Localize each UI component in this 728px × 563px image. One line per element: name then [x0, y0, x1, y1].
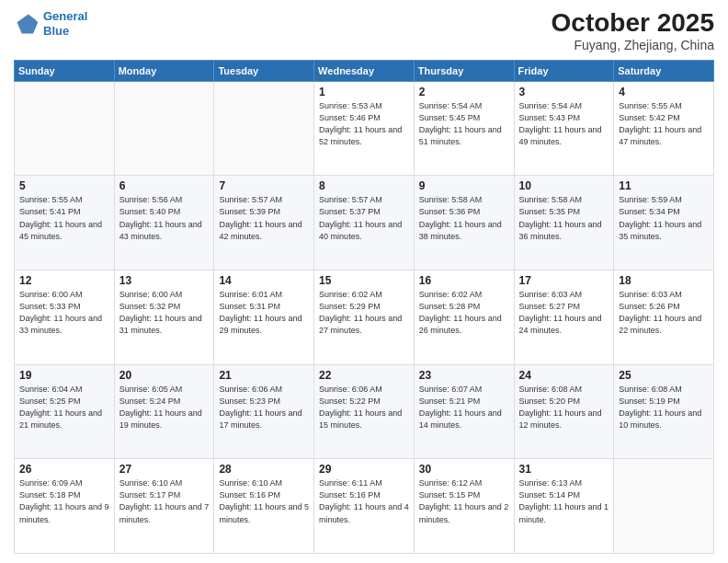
cell-3-1: 12Sunrise: 6:00 AM Sunset: 5:33 PM Dayli…: [15, 270, 115, 365]
day-num-21: 21: [219, 369, 309, 382]
day-num-7: 7: [219, 179, 309, 192]
day-info-12: Sunrise: 6:00 AM Sunset: 5:33 PM Dayligh…: [19, 289, 109, 337]
header-friday: Friday: [514, 60, 614, 81]
week-row-3: 12Sunrise: 6:00 AM Sunset: 5:33 PM Dayli…: [15, 270, 714, 365]
cell-4-6: 24Sunrise: 6:08 AM Sunset: 5:20 PM Dayli…: [514, 364, 614, 459]
week-row-2: 5Sunrise: 5:55 AM Sunset: 5:41 PM Daylig…: [15, 176, 714, 270]
day-num-4: 4: [619, 86, 709, 98]
cell-5-2: 27Sunrise: 6:10 AM Sunset: 5:17 PM Dayli…: [114, 459, 214, 554]
cell-4-5: 23Sunrise: 6:07 AM Sunset: 5:21 PM Dayli…: [414, 364, 514, 459]
day-info-1: Sunrise: 5:53 AM Sunset: 5:46 PM Dayligh…: [319, 100, 409, 148]
day-info-19: Sunrise: 6:04 AM Sunset: 5:25 PM Dayligh…: [19, 384, 109, 431]
day-num-11: 11: [619, 179, 709, 192]
day-num-31: 31: [519, 463, 609, 476]
calendar-title: October 2025: [552, 9, 714, 38]
logo-blue: Blue: [43, 24, 69, 38]
day-num-24: 24: [519, 369, 609, 382]
day-num-12: 12: [19, 274, 109, 287]
day-num-27: 27: [119, 463, 210, 476]
cell-2-7: 11Sunrise: 5:59 AM Sunset: 5:34 PM Dayli…: [614, 176, 714, 270]
day-info-5: Sunrise: 5:55 AM Sunset: 5:41 PM Dayligh…: [19, 194, 109, 242]
day-num-14: 14: [219, 274, 309, 287]
day-info-15: Sunrise: 6:02 AM Sunset: 5:29 PM Dayligh…: [319, 289, 409, 337]
day-num-20: 20: [119, 369, 210, 382]
day-info-9: Sunrise: 5:58 AM Sunset: 5:36 PM Dayligh…: [419, 194, 509, 242]
logo-text: General Blue: [43, 9, 87, 38]
cell-3-7: 18Sunrise: 6:03 AM Sunset: 5:26 PM Dayli…: [614, 270, 714, 365]
logo-icon: [14, 11, 40, 37]
day-info-6: Sunrise: 5:56 AM Sunset: 5:40 PM Dayligh…: [119, 194, 210, 242]
cell-3-4: 15Sunrise: 6:02 AM Sunset: 5:29 PM Dayli…: [314, 270, 415, 365]
logo: General Blue: [14, 9, 87, 38]
title-block: October 2025 Fuyang, Zhejiang, China: [552, 9, 714, 52]
day-info-23: Sunrise: 6:07 AM Sunset: 5:21 PM Dayligh…: [419, 384, 509, 431]
cell-4-1: 19Sunrise: 6:04 AM Sunset: 5:25 PM Dayli…: [15, 364, 115, 459]
day-num-15: 15: [319, 274, 409, 287]
page: General Blue October 2025 Fuyang, Zhejia…: [0, 0, 728, 563]
day-info-17: Sunrise: 6:03 AM Sunset: 5:27 PM Dayligh…: [519, 289, 609, 337]
day-num-13: 13: [119, 274, 210, 287]
day-num-30: 30: [419, 463, 509, 476]
header-sunday: Sunday: [15, 60, 115, 81]
day-num-28: 28: [219, 463, 309, 476]
day-num-6: 6: [119, 179, 210, 192]
day-num-22: 22: [319, 369, 409, 382]
cell-5-5: 30Sunrise: 6:12 AM Sunset: 5:15 PM Dayli…: [414, 459, 514, 554]
cell-5-3: 28Sunrise: 6:10 AM Sunset: 5:16 PM Dayli…: [214, 459, 314, 554]
day-info-18: Sunrise: 6:03 AM Sunset: 5:26 PM Dayligh…: [619, 289, 709, 337]
day-num-16: 16: [419, 274, 509, 287]
day-info-27: Sunrise: 6:10 AM Sunset: 5:17 PM Dayligh…: [119, 477, 210, 525]
cell-1-1: [15, 81, 115, 176]
header-thursday: Thursday: [414, 60, 514, 81]
calendar-table: Sunday Monday Tuesday Wednesday Thursday…: [14, 60, 714, 554]
header-saturday: Saturday: [614, 60, 714, 81]
header-tuesday: Tuesday: [214, 60, 314, 81]
day-info-16: Sunrise: 6:02 AM Sunset: 5:28 PM Dayligh…: [419, 289, 509, 337]
day-info-11: Sunrise: 5:59 AM Sunset: 5:34 PM Dayligh…: [619, 194, 709, 242]
day-num-29: 29: [319, 463, 409, 476]
cell-5-7: [614, 459, 714, 554]
cell-2-1: 5Sunrise: 5:55 AM Sunset: 5:41 PM Daylig…: [15, 176, 115, 270]
weekday-header-row: Sunday Monday Tuesday Wednesday Thursday…: [15, 60, 714, 81]
day-info-26: Sunrise: 6:09 AM Sunset: 5:18 PM Dayligh…: [19, 477, 109, 525]
day-info-22: Sunrise: 6:06 AM Sunset: 5:22 PM Dayligh…: [319, 384, 409, 431]
cell-1-7: 4Sunrise: 5:55 AM Sunset: 5:42 PM Daylig…: [614, 81, 714, 176]
day-info-29: Sunrise: 6:11 AM Sunset: 5:16 PM Dayligh…: [319, 477, 409, 525]
calendar-subtitle: Fuyang, Zhejiang, China: [552, 38, 714, 52]
cell-1-5: 2Sunrise: 5:54 AM Sunset: 5:45 PM Daylig…: [414, 81, 514, 176]
day-info-24: Sunrise: 6:08 AM Sunset: 5:20 PM Dayligh…: [519, 384, 609, 431]
week-row-4: 19Sunrise: 6:04 AM Sunset: 5:25 PM Dayli…: [15, 364, 714, 459]
cell-1-4: 1Sunrise: 5:53 AM Sunset: 5:46 PM Daylig…: [314, 81, 415, 176]
day-num-18: 18: [619, 274, 709, 287]
day-info-3: Sunrise: 5:54 AM Sunset: 5:43 PM Dayligh…: [519, 100, 609, 148]
day-num-10: 10: [519, 179, 609, 192]
logo-general: General: [43, 9, 87, 23]
day-info-4: Sunrise: 5:55 AM Sunset: 5:42 PM Dayligh…: [619, 100, 709, 148]
cell-2-4: 8Sunrise: 5:57 AM Sunset: 5:37 PM Daylig…: [314, 176, 415, 270]
cell-4-3: 21Sunrise: 6:06 AM Sunset: 5:23 PM Dayli…: [214, 364, 314, 459]
cell-3-2: 13Sunrise: 6:00 AM Sunset: 5:32 PM Dayli…: [114, 270, 214, 365]
cell-5-1: 26Sunrise: 6:09 AM Sunset: 5:18 PM Dayli…: [15, 459, 115, 554]
cell-4-7: 25Sunrise: 6:08 AM Sunset: 5:19 PM Dayli…: [614, 364, 714, 459]
day-info-2: Sunrise: 5:54 AM Sunset: 5:45 PM Dayligh…: [419, 100, 509, 148]
cell-3-3: 14Sunrise: 6:01 AM Sunset: 5:31 PM Dayli…: [214, 270, 314, 365]
header-wednesday: Wednesday: [314, 60, 415, 81]
header-monday: Monday: [114, 60, 214, 81]
day-info-14: Sunrise: 6:01 AM Sunset: 5:31 PM Dayligh…: [219, 289, 309, 337]
day-info-25: Sunrise: 6:08 AM Sunset: 5:19 PM Dayligh…: [619, 384, 709, 431]
header: General Blue October 2025 Fuyang, Zhejia…: [14, 9, 714, 52]
cell-1-3: [214, 81, 314, 176]
day-num-1: 1: [319, 86, 409, 98]
day-num-17: 17: [519, 274, 609, 287]
cell-2-3: 7Sunrise: 5:57 AM Sunset: 5:39 PM Daylig…: [214, 176, 314, 270]
cell-1-2: [114, 81, 214, 176]
cell-2-5: 9Sunrise: 5:58 AM Sunset: 5:36 PM Daylig…: [414, 176, 514, 270]
cell-4-2: 20Sunrise: 6:05 AM Sunset: 5:24 PM Dayli…: [114, 364, 214, 459]
day-num-23: 23: [419, 369, 509, 382]
day-info-20: Sunrise: 6:05 AM Sunset: 5:24 PM Dayligh…: [119, 384, 210, 431]
day-info-8: Sunrise: 5:57 AM Sunset: 5:37 PM Dayligh…: [319, 194, 409, 242]
day-info-30: Sunrise: 6:12 AM Sunset: 5:15 PM Dayligh…: [419, 477, 509, 525]
cell-3-6: 17Sunrise: 6:03 AM Sunset: 5:27 PM Dayli…: [514, 270, 614, 365]
day-num-25: 25: [619, 369, 709, 382]
cell-4-4: 22Sunrise: 6:06 AM Sunset: 5:22 PM Dayli…: [314, 364, 415, 459]
